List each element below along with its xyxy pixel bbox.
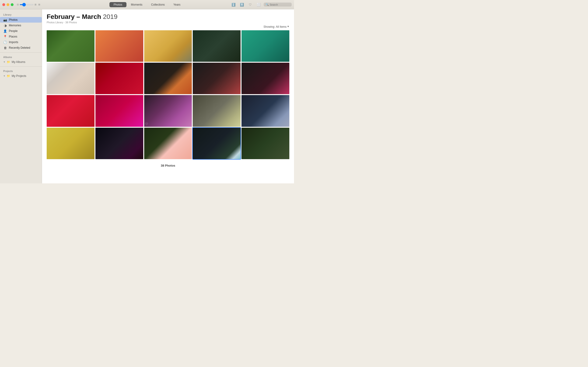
photo-image-1	[47, 30, 95, 62]
photo-image-13	[144, 95, 192, 126]
title-main: February – March	[47, 13, 101, 20]
sidebar-divider-2	[0, 67, 42, 67]
photo-image-6	[47, 63, 95, 94]
showing-label: Showing:	[263, 25, 275, 28]
sidebar-item-imports[interactable]: 🕐 Imports	[0, 39, 42, 45]
imports-icon: 🕐	[3, 40, 7, 44]
photo-cell-10[interactable]	[242, 63, 289, 94]
heart-button[interactable]: ♡	[247, 1, 253, 8]
photo-cell-7[interactable]	[95, 63, 143, 94]
photo-cell-20[interactable]	[242, 128, 289, 159]
search-box[interactable]: 🔍	[264, 3, 292, 7]
sidebar-item-recently-deleted[interactable]: 🗑 Recently Deleted	[0, 45, 42, 50]
photo-cell-5[interactable]	[242, 30, 289, 62]
search-icon: 🔍	[266, 3, 269, 6]
projects-folder-icon: 📁	[7, 74, 10, 78]
my-albums-label: My Albums	[12, 60, 26, 64]
maximize-button[interactable]	[11, 3, 14, 6]
minimize-button[interactable]	[7, 3, 9, 6]
zoom-out-icon: ⊟	[17, 3, 19, 6]
photo-image-17	[95, 128, 143, 159]
photo-image-12	[95, 95, 143, 126]
places-icon: 📍	[3, 35, 7, 38]
projects-expand-arrow: ▼	[3, 75, 5, 77]
photo-cell-16[interactable]	[47, 128, 95, 159]
footer-count: 38 Photos	[47, 164, 289, 170]
albums-expand-arrow: ▼	[3, 61, 5, 63]
photo-image-18	[144, 128, 192, 159]
photo-cell-2[interactable]	[95, 30, 143, 62]
content-area: February – March 2019 Photos Library · 3…	[42, 9, 294, 184]
sidebar-item-people[interactable]: 👤 People	[0, 28, 42, 34]
my-albums-group[interactable]: ▼ 📁 My Albums	[0, 59, 42, 65]
subtitle: Photos Library · 38 Photos	[47, 21, 289, 24]
photo-image-20	[242, 128, 289, 159]
window-controls: ⊟ ⊞ ⊞	[2, 3, 40, 6]
info-button[interactable]: ℹ️	[230, 1, 237, 8]
sidebar-item-places[interactable]: 📍 Places	[0, 34, 42, 39]
zoom-slider[interactable]	[20, 4, 34, 5]
sidebar-label-places: Places	[9, 35, 17, 38]
projects-section-label: Projects	[0, 68, 42, 73]
albums-section-label: Albums	[0, 55, 42, 59]
photo-cell-13[interactable]: ♡	[144, 95, 192, 126]
my-projects-label: My Projects	[12, 74, 26, 78]
tab-photos[interactable]: Photos	[109, 2, 126, 7]
photo-image-19	[193, 128, 241, 159]
tab-collections[interactable]: Collections	[147, 2, 169, 7]
photo-cell-17[interactable]	[95, 128, 143, 159]
page-title: February – March 2019	[47, 13, 289, 20]
photo-cell-4[interactable]	[193, 30, 241, 62]
airplay-button[interactable]: ⬜	[255, 1, 262, 8]
photo-image-14	[193, 95, 241, 126]
photos-icon: 📷	[3, 18, 7, 22]
photo-cell-9[interactable]	[193, 63, 241, 94]
sidebar-label-photos: Photos	[9, 18, 17, 21]
photo-cell-18[interactable]	[144, 128, 192, 159]
photo-cell-8[interactable]	[144, 63, 192, 94]
search-input[interactable]	[270, 3, 291, 6]
photo-image-8	[144, 63, 192, 94]
view-tabs: Photos Moments Collections Years	[109, 2, 185, 7]
showing-value: All Items	[276, 25, 286, 28]
photo-cell-12[interactable]	[95, 95, 143, 126]
photo-cell-14[interactable]	[193, 95, 241, 126]
sidebar-label-imports: Imports	[9, 41, 18, 44]
photo-image-5	[242, 30, 289, 62]
my-projects-group[interactable]: ▼ 📁 My Projects	[0, 73, 42, 79]
photo-cell-6[interactable]	[47, 63, 95, 94]
showing-chevron: ▼	[287, 25, 289, 28]
sidebar-item-photos[interactable]: 📷 Photos	[0, 17, 42, 23]
share-button[interactable]: ⬆️	[238, 1, 245, 8]
photo-image-10	[242, 63, 289, 94]
sidebar-label-memories: Memories	[9, 24, 21, 27]
photo-cell-1[interactable]	[47, 30, 95, 62]
photo-cell-15[interactable]	[242, 95, 289, 126]
main-layout: Library 📷 Photos ◑ Memories 👤 People 📍 P…	[0, 9, 294, 184]
photo-image-2	[95, 30, 143, 62]
tab-years[interactable]: Years	[169, 2, 185, 7]
sidebar-label-people: People	[9, 29, 17, 33]
photo-image-4	[193, 30, 241, 62]
grid-icon: ⊞	[38, 3, 40, 6]
photo-image-7	[95, 63, 143, 94]
library-section-label: Library	[0, 12, 42, 17]
close-button[interactable]	[2, 3, 5, 6]
sidebar-item-memories[interactable]: ◑ Memories	[0, 23, 42, 28]
memories-icon: ◑	[3, 24, 7, 27]
heart-icon-13: ♡	[145, 122, 148, 126]
photo-image-11	[47, 95, 95, 126]
photo-image-9	[193, 63, 241, 94]
sidebar-label-recently-deleted: Recently Deleted	[9, 46, 30, 50]
content-header: February – March 2019 Photos Library · 3…	[47, 13, 289, 24]
toolbar-actions: ℹ️ ⬆️ ♡ ⬜ 🔍	[230, 1, 292, 8]
showing-bar: Showing: All Items ▼	[47, 25, 289, 28]
sidebar: Library 📷 Photos ◑ Memories 👤 People 📍 P…	[0, 9, 42, 184]
photo-image-15	[242, 95, 289, 126]
photo-cell-19[interactable]	[193, 128, 241, 159]
tab-moments[interactable]: Moments	[127, 2, 147, 7]
albums-folder-icon: 📁	[7, 60, 10, 64]
photo-cell-11[interactable]	[47, 95, 95, 126]
photo-grid: ♡	[47, 30, 289, 159]
photo-cell-3[interactable]	[144, 30, 192, 62]
